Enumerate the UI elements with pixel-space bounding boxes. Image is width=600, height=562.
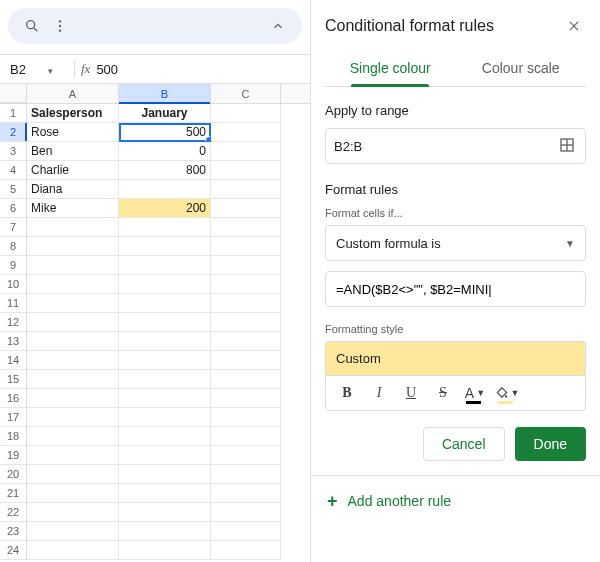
row-header[interactable]: 6: [0, 199, 27, 218]
cell[interactable]: [211, 104, 281, 123]
cell[interactable]: Mike: [27, 199, 119, 218]
cell[interactable]: [211, 294, 281, 313]
cell[interactable]: [119, 484, 211, 503]
cell-highlighted[interactable]: 200: [119, 199, 211, 218]
row-header[interactable]: 22: [0, 503, 27, 522]
cell[interactable]: [27, 256, 119, 275]
cell[interactable]: [211, 351, 281, 370]
cell[interactable]: [27, 313, 119, 332]
cell[interactable]: [27, 351, 119, 370]
cell[interactable]: [27, 503, 119, 522]
cell[interactable]: [119, 427, 211, 446]
cell[interactable]: Salesperson: [27, 104, 119, 123]
more-vert-icon[interactable]: [46, 12, 74, 40]
name-box[interactable]: B2 ▾: [0, 62, 70, 77]
bold-button[interactable]: B: [332, 379, 362, 407]
cell[interactable]: [119, 503, 211, 522]
tab-single-colour[interactable]: Single colour: [325, 52, 456, 86]
cell[interactable]: 800: [119, 161, 211, 180]
cell[interactable]: [27, 465, 119, 484]
cell[interactable]: [211, 199, 281, 218]
cell[interactable]: [211, 256, 281, 275]
cell[interactable]: 0: [119, 142, 211, 161]
cell[interactable]: [119, 332, 211, 351]
cell[interactable]: [211, 237, 281, 256]
cell[interactable]: [27, 275, 119, 294]
cell[interactable]: [119, 351, 211, 370]
cell[interactable]: [211, 161, 281, 180]
row-header[interactable]: 23: [0, 522, 27, 541]
cell[interactable]: [119, 294, 211, 313]
cell[interactable]: [211, 370, 281, 389]
cell[interactable]: [211, 446, 281, 465]
row-header[interactable]: 13: [0, 332, 27, 351]
row-header[interactable]: 3: [0, 142, 27, 161]
spreadsheet[interactable]: A B C 1SalespersonJanuary 2Rose500 3Ben0…: [0, 84, 310, 562]
col-header-a[interactable]: A: [27, 84, 119, 103]
select-all-corner[interactable]: [0, 84, 27, 103]
cell[interactable]: [211, 465, 281, 484]
row-header[interactable]: 18: [0, 427, 27, 446]
row-header[interactable]: 5: [0, 180, 27, 199]
cell[interactable]: [211, 142, 281, 161]
formula-bar[interactable]: 500: [96, 62, 310, 77]
cell[interactable]: [119, 446, 211, 465]
close-icon[interactable]: [562, 14, 586, 38]
done-button[interactable]: Done: [515, 427, 586, 461]
cell[interactable]: [119, 370, 211, 389]
row-header[interactable]: 4: [0, 161, 27, 180]
cell[interactable]: [27, 237, 119, 256]
cell[interactable]: [27, 294, 119, 313]
cell[interactable]: [211, 332, 281, 351]
row-header[interactable]: 14: [0, 351, 27, 370]
cell[interactable]: [119, 408, 211, 427]
col-header-c[interactable]: C: [211, 84, 281, 103]
cell[interactable]: [119, 256, 211, 275]
row-header[interactable]: 10: [0, 275, 27, 294]
underline-button[interactable]: U: [396, 379, 426, 407]
row-header[interactable]: 7: [0, 218, 27, 237]
text-color-button[interactable]: A▼: [460, 379, 490, 407]
cell[interactable]: [27, 522, 119, 541]
cell[interactable]: Ben: [27, 142, 119, 161]
cell[interactable]: Rose: [27, 123, 119, 142]
strikethrough-button[interactable]: S: [428, 379, 458, 407]
row-header[interactable]: 24: [0, 541, 27, 560]
row-header[interactable]: 21: [0, 484, 27, 503]
cancel-button[interactable]: Cancel: [423, 427, 505, 461]
custom-formula-input[interactable]: [325, 271, 586, 307]
row-header[interactable]: 15: [0, 370, 27, 389]
cell[interactable]: [119, 237, 211, 256]
cell[interactable]: [211, 503, 281, 522]
col-header-b[interactable]: B: [119, 84, 211, 103]
cell[interactable]: [27, 541, 119, 560]
cell[interactable]: Diana: [27, 180, 119, 199]
tab-colour-scale[interactable]: Colour scale: [456, 52, 587, 86]
cell[interactable]: [27, 332, 119, 351]
row-header[interactable]: 9: [0, 256, 27, 275]
row-header[interactable]: 1: [0, 104, 27, 123]
row-header[interactable]: 11: [0, 294, 27, 313]
cell-selected[interactable]: 500: [119, 123, 211, 142]
cell[interactable]: [119, 465, 211, 484]
cell[interactable]: [211, 541, 281, 560]
cell[interactable]: [211, 389, 281, 408]
cell[interactable]: [119, 313, 211, 332]
cell[interactable]: [27, 389, 119, 408]
cell[interactable]: [211, 484, 281, 503]
row-header[interactable]: 19: [0, 446, 27, 465]
cell[interactable]: [211, 313, 281, 332]
condition-select[interactable]: Custom formula is ▼: [325, 225, 586, 261]
chevron-up-icon[interactable]: [264, 12, 292, 40]
row-header[interactable]: 2: [0, 123, 27, 142]
cell[interactable]: [27, 218, 119, 237]
row-header[interactable]: 8: [0, 237, 27, 256]
italic-button[interactable]: I: [364, 379, 394, 407]
row-header[interactable]: 17: [0, 408, 27, 427]
cell[interactable]: [27, 370, 119, 389]
cell[interactable]: Charlie: [27, 161, 119, 180]
cell[interactable]: [119, 180, 211, 199]
cell[interactable]: January: [119, 104, 211, 123]
row-header[interactable]: 16: [0, 389, 27, 408]
cell[interactable]: [211, 408, 281, 427]
